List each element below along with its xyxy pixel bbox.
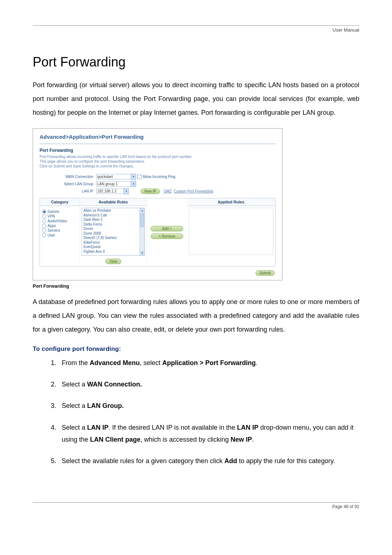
page-number: Page 49 of 92 <box>33 504 359 509</box>
available-rules-header: Available Rules <box>80 198 147 206</box>
step-2: Select a WAN Connection. <box>58 378 359 390</box>
chevron-down-icon[interactable]: ▾ <box>140 251 144 255</box>
page-title: Port Forwarding <box>33 54 359 70</box>
chevron-down-icon[interactable]: ▾ <box>131 181 136 187</box>
wan-connection-label: WAN Connection <box>40 175 96 179</box>
paragraph-2: A database of predefined port forwarding… <box>33 295 359 336</box>
step-4: Select a LAN IP. If the desired LAN IP i… <box>58 422 359 446</box>
scrollbar[interactable]: ▴ ▾ <box>139 208 144 255</box>
app-screenshot: Advanced>Application>Port Forwarding Por… <box>33 128 282 280</box>
new-ip-button[interactable]: New IP <box>140 189 160 194</box>
figure-caption: Port Forwarding <box>33 283 359 289</box>
category-radio-user[interactable]: User <box>42 233 77 237</box>
applied-rules-listbox[interactable] <box>189 208 273 255</box>
custom-port-forwarding-link[interactable]: Custom Port Forwarding <box>174 189 213 193</box>
allow-ping-checkbox[interactable] <box>137 175 142 179</box>
allow-ping-label: Allow Incoming Ping <box>143 175 175 179</box>
chevron-down-icon[interactable]: ▾ <box>124 188 129 194</box>
subheading: To configure port forwarding: <box>33 345 359 353</box>
remove-button[interactable]: < Remove <box>151 234 183 239</box>
lan-group-label: Select LAN Group <box>40 182 96 186</box>
category-radio-vpn[interactable]: VPN <box>42 214 77 218</box>
lan-ip-select[interactable]: 192.168.1.2 <box>96 189 124 194</box>
chevron-up-icon[interactable]: ▴ <box>140 208 144 213</box>
step-5: Select the available rules for a given c… <box>58 455 359 467</box>
category-radio-games[interactable]: Games <box>42 210 77 214</box>
category-radio-audiovideo[interactable]: Audio/Video <box>42 219 77 223</box>
lan-group-select[interactable]: LAN group 1 <box>96 181 131 187</box>
add-button[interactable]: Add > <box>151 226 183 231</box>
dmz-link[interactable]: DMZ <box>164 189 172 193</box>
available-rules-listbox[interactable]: Alien vs Predator Asheron's Call Dark Re… <box>82 208 145 256</box>
category-radio-servers[interactable]: Servers <box>42 228 77 232</box>
chevron-down-icon[interactable]: ▾ <box>131 174 136 180</box>
applied-rules-header: Applied Rules <box>187 198 275 206</box>
intro-paragraph: Port forwarding (or virtual server) allo… <box>33 78 359 119</box>
step-1: From the Advanced Menu, select Applicati… <box>58 357 359 369</box>
breadcrumb: Advanced>Application>Port Forwarding <box>40 134 275 140</box>
view-button[interactable]: View <box>105 259 121 264</box>
category-header: Category <box>40 198 79 206</box>
submit-button[interactable]: Submit <box>256 270 275 276</box>
header-right: User Manual <box>33 27 359 33</box>
step-3: Select a LAN Group. <box>58 400 359 412</box>
category-radio-apps[interactable]: Apps <box>42 224 77 228</box>
section-description: Port Forwarding allows incoming traffic … <box>40 154 275 169</box>
section-title: Port Forwarding <box>40 148 275 153</box>
wan-connection-select[interactable]: quickstart <box>96 174 131 179</box>
lan-ip-label: LAN IP <box>40 189 96 193</box>
